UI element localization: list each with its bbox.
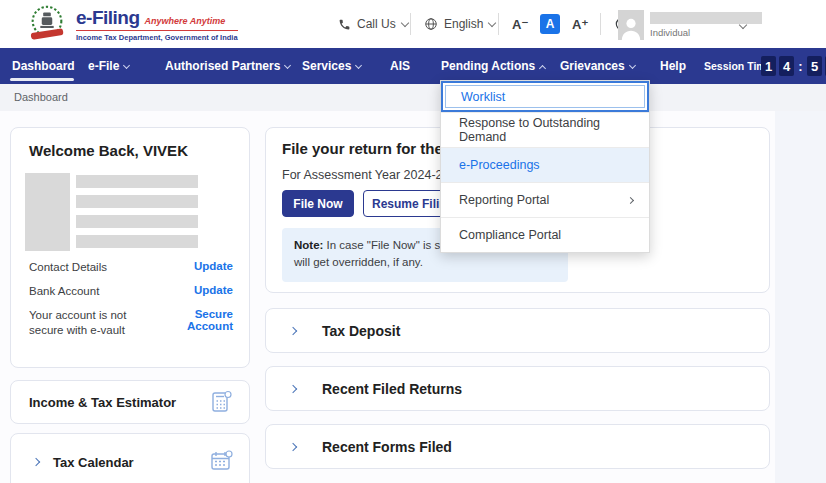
chevron-right-icon bbox=[289, 442, 297, 450]
recent-forms-filed-accordion[interactable]: Recent Forms Filed bbox=[265, 424, 770, 469]
welcome-title: Welcome Back, VIVEK bbox=[29, 142, 188, 159]
income-tax-estimator-card[interactable]: Income & Tax Estimator bbox=[10, 380, 250, 424]
evault-label: Your account is not secure with e-vault bbox=[29, 308, 146, 338]
tax-calendar-label: Tax Calendar bbox=[53, 455, 134, 470]
chevron-down-icon bbox=[488, 18, 496, 26]
chevron-down-icon bbox=[739, 21, 747, 29]
font-normal-label: A bbox=[540, 14, 560, 34]
redacted-photo-placeholder bbox=[25, 173, 70, 251]
font-decrease-button[interactable]: A⁻ bbox=[512, 0, 528, 48]
user-menu-chevron[interactable] bbox=[740, 14, 746, 32]
estimator-label: Income & Tax Estimator bbox=[29, 395, 176, 410]
tax-deposit-label: Tax Deposit bbox=[322, 323, 400, 339]
breadcrumb: Dashboard bbox=[14, 91, 68, 103]
evault-row: Your account is not secure with e-vault … bbox=[29, 308, 233, 338]
nav-ais[interactable]: AIS bbox=[390, 48, 410, 84]
nav-label: Grievances bbox=[560, 59, 625, 73]
nav-services[interactable]: Services bbox=[302, 48, 361, 84]
nav-help[interactable]: Help bbox=[660, 48, 686, 84]
chevron-down-icon bbox=[284, 62, 291, 69]
calculator-icon bbox=[209, 390, 233, 414]
chevron-right-icon bbox=[289, 326, 297, 334]
dropdown-item-compliance-portal[interactable]: Compliance Portal bbox=[441, 217, 649, 252]
efiling-logo[interactable]: e-Filing Anywhere Anytime Income Tax Dep… bbox=[26, 3, 238, 45]
font-increase-label: A⁺ bbox=[572, 17, 588, 32]
user-type-label: Individual bbox=[650, 27, 690, 38]
chevron-right-icon bbox=[32, 458, 40, 466]
file-now-button[interactable]: File Now bbox=[282, 190, 354, 217]
logo-subtitle: Income Tax Department, Government of Ind… bbox=[76, 33, 238, 42]
call-us-label: Call Us bbox=[357, 17, 396, 31]
font-normal-button[interactable]: A bbox=[540, 0, 560, 48]
chevron-down-icon bbox=[123, 62, 130, 69]
nav-label: Dashboard bbox=[12, 59, 75, 73]
recent-forms-filed-label: Recent Forms Filed bbox=[322, 439, 452, 455]
india-emblem-icon bbox=[26, 3, 68, 45]
assessment-year-subtitle: For Assessment Year 2024-25 bbox=[282, 168, 449, 182]
logo-title: e-Filing bbox=[76, 7, 140, 29]
header-divider bbox=[410, 13, 411, 35]
nav-label: Authorised Partners bbox=[165, 59, 280, 73]
nav-label: Pending Actions bbox=[441, 59, 535, 73]
header-divider bbox=[498, 13, 499, 35]
nav-label: AIS bbox=[390, 59, 410, 73]
note-line2: will get overridden, if any. bbox=[294, 256, 423, 268]
dropdown-item-worklist[interactable]: Worklist bbox=[441, 81, 649, 112]
session-digit: 1 bbox=[761, 56, 776, 76]
nav-label: Help bbox=[660, 59, 686, 73]
update-contact-link[interactable]: Update bbox=[194, 260, 233, 272]
page-background bbox=[775, 111, 826, 483]
redacted-text-bar bbox=[76, 175, 198, 188]
dropdown-item-e-proceedings[interactable]: e-Proceedings bbox=[441, 147, 649, 182]
bank-account-label: Bank Account bbox=[29, 284, 99, 299]
redacted-text-bar bbox=[76, 195, 198, 208]
active-tab-indicator bbox=[10, 78, 74, 81]
tax-deposit-accordion[interactable]: Tax Deposit bbox=[265, 308, 770, 353]
tax-calendar-card[interactable]: Tax Calendar bbox=[10, 433, 250, 483]
chevron-up-icon bbox=[539, 65, 546, 72]
update-bank-link[interactable]: Update bbox=[194, 284, 233, 296]
welcome-card: Welcome Back, VIVEK Contact Details Upda… bbox=[10, 127, 250, 368]
session-digit: 5 bbox=[807, 56, 822, 76]
dropdown-item-reporting-portal[interactable]: Reporting Portal bbox=[441, 182, 649, 217]
logo-tagline: Anywhere Anytime bbox=[145, 16, 226, 26]
breadcrumb-bar: Dashboard bbox=[0, 84, 826, 111]
language-label: English bbox=[444, 17, 483, 31]
chevron-right-icon bbox=[627, 196, 634, 203]
note-label: Note: bbox=[294, 239, 323, 251]
redacted-text-bar bbox=[76, 235, 198, 248]
recent-filed-returns-accordion[interactable]: Recent Filed Returns bbox=[265, 366, 770, 411]
globe-icon bbox=[424, 17, 438, 31]
main-nav: Dashboard e-File Authorised Partners Ser… bbox=[0, 48, 826, 84]
chevron-down-icon bbox=[400, 18, 408, 26]
nav-pending-actions[interactable]: Pending Actions bbox=[441, 48, 545, 84]
chevron-right-icon bbox=[289, 384, 297, 392]
person-icon bbox=[620, 16, 642, 40]
secure-account-link[interactable]: Secure Account bbox=[146, 308, 233, 332]
bank-account-row: Bank Account Update bbox=[29, 284, 233, 299]
dropdown-item-response-outstanding-demand[interactable]: Response to Outstanding Demand bbox=[441, 112, 649, 147]
app-header: e-Filing Anywhere Anytime Income Tax Dep… bbox=[0, 0, 826, 48]
recent-filed-returns-label: Recent Filed Returns bbox=[322, 381, 462, 397]
contact-details-row: Contact Details Update bbox=[29, 260, 233, 275]
nav-authorised-partners[interactable]: Authorised Partners bbox=[165, 48, 290, 84]
session-colon: : bbox=[797, 56, 804, 76]
session-timer: 1 4 : 5 0 bbox=[761, 56, 826, 76]
phone-icon bbox=[338, 18, 351, 31]
dropdown-item-label: Reporting Portal bbox=[459, 193, 549, 207]
nav-label: Services bbox=[302, 59, 351, 73]
avatar[interactable] bbox=[618, 10, 644, 40]
language-menu[interactable]: English bbox=[424, 0, 495, 48]
calendar-icon bbox=[209, 449, 233, 473]
nav-efile[interactable]: e-File bbox=[88, 48, 129, 84]
nav-grievances[interactable]: Grievances bbox=[560, 48, 635, 84]
chevron-down-icon bbox=[355, 62, 362, 69]
call-us-menu[interactable]: Call Us bbox=[338, 0, 408, 48]
session-digit: 4 bbox=[779, 56, 794, 76]
font-increase-button[interactable]: A⁺ bbox=[572, 0, 588, 48]
font-decrease-label: A⁻ bbox=[512, 17, 528, 32]
nav-label: e-File bbox=[88, 59, 119, 73]
header-divider bbox=[600, 13, 601, 35]
pending-actions-dropdown: Worklist Response to Outstanding Demand … bbox=[440, 80, 650, 253]
contact-details-label: Contact Details bbox=[29, 260, 107, 275]
